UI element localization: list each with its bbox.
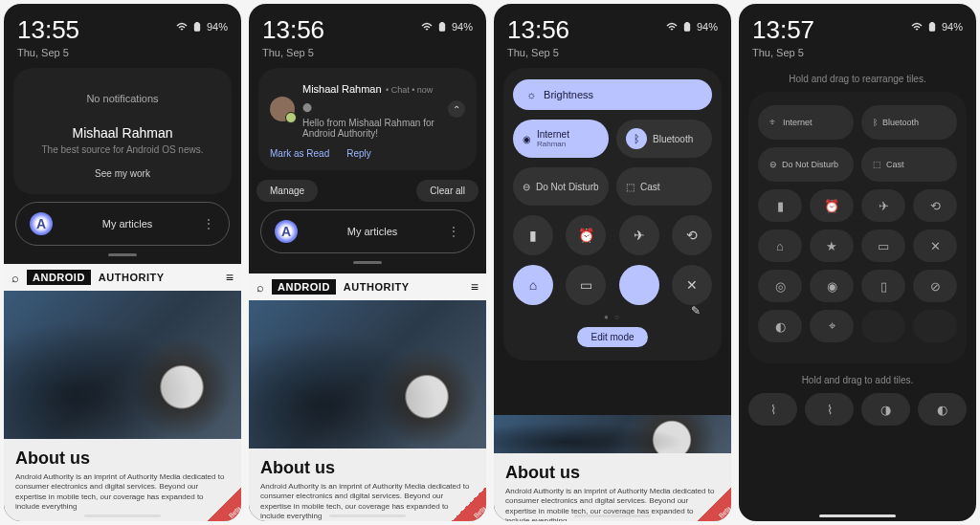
blank-on-tile[interactable] xyxy=(619,265,659,305)
reply-button[interactable]: Reply xyxy=(346,148,371,159)
mark-as-read-button[interactable]: Mark as Read xyxy=(270,148,329,159)
location-tile[interactable]: ◎ xyxy=(758,270,802,302)
internet-tile[interactable]: ᯤInternet xyxy=(758,105,854,140)
gesture-bar[interactable] xyxy=(819,514,896,517)
extra-tile-4[interactable]: ◐ xyxy=(918,393,967,426)
menu-icon[interactable]: ≡ xyxy=(471,279,479,295)
svg-rect-1 xyxy=(196,22,198,24)
extra-tile-2[interactable]: ⌇ xyxy=(805,393,854,426)
dnd-tile[interactable]: ⊖Do Not Disturb xyxy=(758,147,854,182)
cast-tile[interactable]: ⬚Cast xyxy=(861,147,957,182)
star-tile[interactable]: ★ xyxy=(810,230,854,262)
svg-rect-6 xyxy=(929,24,934,32)
browser-content[interactable]: ⌕ ANDROID AUTHORITY ≡ About us Android A… xyxy=(4,264,241,521)
svg-rect-2 xyxy=(439,24,444,32)
empty-slot[interactable] xyxy=(913,310,957,342)
wallet-tile[interactable]: ▭ xyxy=(566,265,606,305)
glance-tagline: The best source for Android OS news. xyxy=(25,144,220,155)
notif-body: Hello from Mishaal Rahman for Android Au… xyxy=(302,118,440,139)
autorotate-tile[interactable]: ⟲ xyxy=(913,189,957,222)
manage-button[interactable]: Manage xyxy=(256,180,318,202)
search-icon[interactable]: ⌕ xyxy=(11,271,19,285)
search-icon[interactable]: ⌕ xyxy=(256,280,264,295)
clock: 13:56 xyxy=(507,15,569,45)
alarm-tile[interactable]: ⏰ xyxy=(566,215,606,255)
flashlight-tile[interactable]: ▮ xyxy=(513,215,553,255)
status-icons: 94% xyxy=(176,21,228,33)
brightness-label: Brightness xyxy=(544,89,593,100)
status-icons: 94% xyxy=(911,21,963,33)
cast-tile[interactable]: ⬚Cast xyxy=(616,167,712,206)
corner-ribbon xyxy=(207,487,241,521)
battery-saver-tile[interactable]: ▯ xyxy=(861,270,905,302)
alarm-tile[interactable]: ⏰ xyxy=(810,189,854,222)
hero-image xyxy=(249,300,486,448)
mic-off-tile[interactable]: ⊘ xyxy=(913,270,957,302)
status-icons: 94% xyxy=(421,21,473,33)
nearby-tile[interactable]: ✕ xyxy=(672,265,712,305)
empty-slot[interactable] xyxy=(861,310,905,342)
clear-all-button[interactable]: Clear all xyxy=(416,180,479,202)
gesture-bar[interactable] xyxy=(329,514,406,517)
collapse-icon[interactable]: ⌃ xyxy=(448,100,465,118)
extra-tile-3[interactable]: ◑ xyxy=(861,393,910,426)
cast-icon: ⬚ xyxy=(873,160,881,169)
hotspot-tile[interactable]: ◉ xyxy=(810,270,854,302)
battery-pct: 94% xyxy=(942,21,963,33)
clock: 13:56 xyxy=(262,15,324,45)
edit-mode-button[interactable]: Edit mode xyxy=(577,327,647,347)
home-tile[interactable]: ⌂ xyxy=(758,230,802,262)
flashlight-tile[interactable]: ▮ xyxy=(758,189,802,222)
more-icon[interactable]: ⋮ xyxy=(447,224,460,239)
battery-icon xyxy=(436,22,448,32)
dashboard-tile[interactable]: ⌖ xyxy=(810,310,854,342)
drag-handle[interactable] xyxy=(353,261,382,264)
drag-handle[interactable] xyxy=(108,253,137,256)
quick-settings-panel[interactable]: ☼ Brightness ◉ InternetRahman ᛒ Bluetoot… xyxy=(503,68,722,361)
more-icon[interactable]: ⋮ xyxy=(202,216,215,231)
menu-icon[interactable]: ≡ xyxy=(226,270,234,285)
site-logo-boxed[interactable]: ANDROID xyxy=(272,279,336,295)
edit-pencil-icon[interactable]: ✎ xyxy=(691,304,701,317)
author-avatar-icon: A xyxy=(275,220,298,243)
date: Thu, Sep 5 xyxy=(507,47,569,58)
bluetooth-tile[interactable]: ᛒBluetooth xyxy=(861,105,957,140)
hero-image xyxy=(4,291,241,439)
no-notifications-label: No notifications xyxy=(25,83,220,114)
browser-content[interactable]: About us Android Authority is an imprint… xyxy=(494,415,731,521)
see-my-work-link[interactable]: See my work xyxy=(25,168,220,179)
airplane-tile[interactable]: ✈ xyxy=(619,215,659,255)
my-articles-button[interactable]: A My articles ⋮ xyxy=(260,209,475,253)
my-articles-button[interactable]: A My articles ⋮ xyxy=(15,202,230,246)
dnd-tile[interactable]: ⊖Do Not Disturb xyxy=(513,167,609,206)
battery-icon xyxy=(926,22,938,32)
contrast-tile[interactable]: ◐ xyxy=(758,310,802,342)
brightness-slider[interactable]: ☼ Brightness xyxy=(513,79,712,110)
extra-tile-1[interactable]: ⌇ xyxy=(748,393,797,426)
gesture-bar[interactable] xyxy=(84,514,161,517)
svg-rect-0 xyxy=(194,24,199,32)
tile-editor-panel[interactable]: ᯤInternet ᛒBluetooth ⊖Do Not Disturb ⬚Ca… xyxy=(748,92,967,363)
date: Thu, Sep 5 xyxy=(17,47,79,58)
corner-ribbon xyxy=(697,487,731,521)
browser-content[interactable]: ⌕ ANDROID AUTHORITY ≡ About us Android A… xyxy=(249,273,486,521)
internet-tile[interactable]: ◉ InternetRahman xyxy=(513,120,609,158)
wifi-icon xyxy=(176,22,188,32)
home-tile[interactable]: ⌂ xyxy=(513,265,553,305)
wallet-tile[interactable]: ▭ xyxy=(861,230,905,262)
author-avatar-icon: A xyxy=(30,212,53,235)
rearrange-hint: Hold and drag to rearrange tiles. xyxy=(739,74,976,84)
site-logo-boxed[interactable]: ANDROID xyxy=(27,270,91,285)
gesture-bar[interactable] xyxy=(574,514,651,517)
corner-ribbon xyxy=(452,487,486,521)
airplane-tile[interactable]: ✈ xyxy=(861,189,905,222)
notification-card[interactable]: Mishaal Rahman • Chat • now ⬤ Hello from… xyxy=(258,68,477,170)
nearby-tile[interactable]: ✕ xyxy=(913,230,957,262)
notification-shade[interactable]: No notifications Mishaal Rahman The best… xyxy=(13,68,232,194)
autorotate-tile[interactable]: ⟲ xyxy=(672,215,712,255)
about-us-heading: About us xyxy=(494,453,731,487)
bluetooth-tile[interactable]: ᛒ Bluetooth xyxy=(616,120,712,158)
status-icons: 94% xyxy=(666,21,718,33)
site-logo-text: AUTHORITY xyxy=(344,281,410,293)
hero-image xyxy=(494,415,731,453)
